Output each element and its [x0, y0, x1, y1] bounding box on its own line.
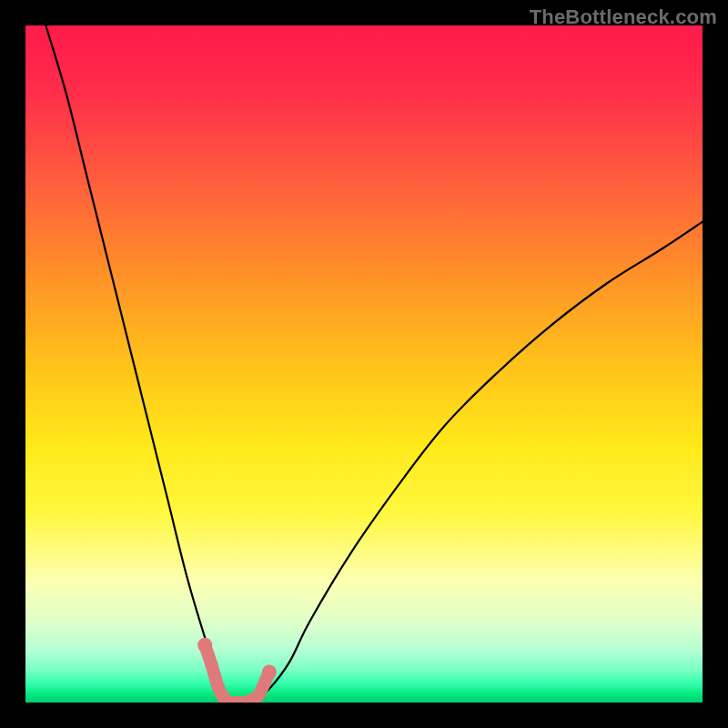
chart-frame: TheBottleneck.com: [0, 0, 728, 728]
valley-markers: [197, 638, 277, 703]
marker-dot: [253, 688, 266, 701]
marker-dot: [206, 659, 218, 672]
marker-dot: [262, 665, 277, 680]
marker-dot: [226, 696, 238, 703]
marker-dot: [239, 696, 252, 703]
bottleneck-curve: [46, 25, 703, 703]
curve-layer: [25, 25, 703, 703]
marker-dot: [218, 693, 231, 703]
watermark-text: TheBottleneck.com: [530, 5, 717, 29]
marker-connector: [205, 645, 269, 703]
marker-dot: [212, 682, 225, 694]
marker-dot: [232, 696, 245, 703]
plot-area: [25, 25, 703, 703]
marker-dot: [197, 638, 212, 652]
marker-dot: [246, 693, 258, 703]
